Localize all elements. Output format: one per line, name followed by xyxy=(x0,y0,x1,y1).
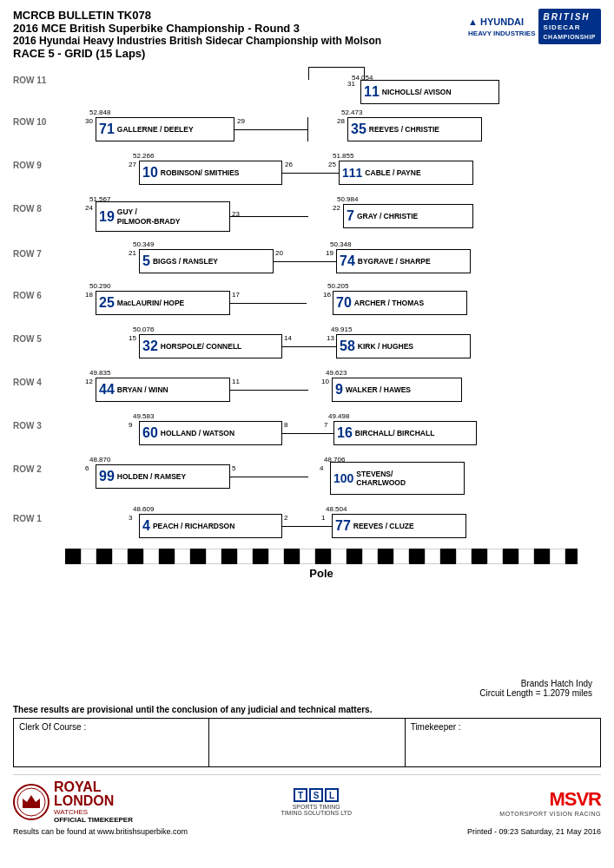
row-2-label: ROW 2 xyxy=(13,464,42,474)
row3-conn-gridnum: 8 xyxy=(284,421,287,429)
car-11-riders: NICHOLLS/ AVISON xyxy=(382,88,452,96)
car-99-riders: HOLDEN / RAMSEY xyxy=(117,472,186,481)
provisional-text: These results are provisional until the … xyxy=(13,705,601,714)
row4-right-gridnum: 10 xyxy=(321,378,329,385)
row-11-label: ROW 11 xyxy=(13,76,46,85)
car-35-box: 35 REEVES / CHRISTIE xyxy=(347,117,482,141)
row4-conn-gridnum: 11 xyxy=(232,378,240,385)
svg-rect-1 xyxy=(23,806,40,808)
car-35-number: 35 xyxy=(351,122,366,136)
car-71-riders: GALLERNE / DEELEY xyxy=(117,125,194,134)
row9-left-time: 52.266 xyxy=(133,152,154,160)
car-4-riders: PEACH / RICHARDSON xyxy=(153,522,234,530)
car-58-number: 58 xyxy=(340,339,355,353)
car-74-number: 74 xyxy=(340,254,355,268)
sidecar-title: 2016 Hyundai Heavy Industries British Si… xyxy=(13,35,381,47)
row9-right-time: 51.855 xyxy=(333,152,353,160)
car-35-riders: REEVES / CHRISTIE xyxy=(369,125,439,134)
row6-left-time: 50.290 xyxy=(89,282,110,290)
car-77-riders: REEVES / CLUZE xyxy=(353,522,414,530)
row-10-label: ROW 10 xyxy=(13,117,46,127)
conn-r4-line xyxy=(230,390,308,391)
row5-conn-gridnum: 14 xyxy=(284,334,292,342)
row5-right-gridnum: 13 xyxy=(327,334,334,342)
car-10-box: 10 ROBINSON/ SMITHIES xyxy=(139,161,282,185)
crown-icon xyxy=(16,786,47,818)
car-16-number: 16 xyxy=(337,426,353,440)
car-100-number: 100 xyxy=(333,472,353,484)
car-25-box: 25 MacLAURIN/ HOPE xyxy=(96,291,230,315)
row6-right-time: 50.205 xyxy=(327,282,348,290)
car-7-riders: GRAY / CHRISTIE xyxy=(357,212,418,220)
car-16-box: 16 BIRCHALL/ BIRCHALL xyxy=(333,421,477,445)
row6-right-gridnum: 16 xyxy=(323,291,331,299)
car-99-box: 99 HOLDEN / RAMSEY xyxy=(96,464,230,489)
row-8-label: ROW 8 xyxy=(13,204,42,214)
tsl-s: S xyxy=(309,788,323,802)
row1-left-gridnum: 3 xyxy=(129,514,132,522)
row1-right-time: 48.504 xyxy=(326,505,347,513)
car-16-riders: BIRCHALL/ BIRCHALL xyxy=(355,429,435,437)
row1-right-gridnum: 1 xyxy=(321,514,325,522)
row3-left-time: 49.583 xyxy=(133,412,154,420)
tsl-letters: T S L xyxy=(294,788,339,802)
car-19-riders: GUY / PILMOOR-BRADY xyxy=(117,207,181,225)
header-left: MCRCB BULLETIN TK078 2016 MCE British Su… xyxy=(13,9,381,60)
car-9-number: 9 xyxy=(335,383,343,397)
car-70-riders: ARCHER / THOMAS xyxy=(354,299,424,307)
tsl-section: T S L SPORTS TIMINGTIMING SOLUTIONS LTD xyxy=(281,788,352,816)
royal-london-name: ROYAL xyxy=(54,780,133,794)
car-9-riders: WALKER / HAWES xyxy=(346,385,411,394)
bsc-logo: BRITISHSIDECARCHAMPIONSHIP xyxy=(538,9,601,44)
conn-r8-line xyxy=(230,216,308,217)
grid-area: ROW 11 54.054 31 11 NICHOLLS/ AVISON ROW… xyxy=(13,67,604,674)
signature-row: Clerk Of Course : Timekeeper : xyxy=(13,718,601,767)
row3-right-gridnum: 7 xyxy=(324,421,327,429)
car-9-box: 9 WALKER / HAWES xyxy=(332,378,462,402)
car-19-number: 19 xyxy=(99,210,115,224)
row10-right-time: 52.473 xyxy=(341,108,362,116)
row2-left-time: 48.870 xyxy=(89,456,110,464)
tsl-t: T xyxy=(294,788,307,802)
timekeeper-box: Timekeeper : xyxy=(406,719,600,766)
row4-right-time: 49.623 xyxy=(326,369,347,377)
car-100-riders: STEVENS/ CHARLWOOD xyxy=(356,470,406,487)
row5-left-gridnum: 15 xyxy=(129,334,136,342)
conn-r11 xyxy=(308,67,365,80)
car-44-number: 44 xyxy=(99,383,115,397)
tsl-l: L xyxy=(325,788,339,802)
race-title: RACE 5 - GRID (15 Laps) xyxy=(13,47,381,60)
conn-r6-line xyxy=(230,303,307,304)
car-58-riders: KIRK / HUGHES xyxy=(358,342,413,351)
car-60-riders: HOLLAND / WATSON xyxy=(161,429,234,437)
checkered-section: // Generate checkered pattern inline doc… xyxy=(65,549,578,580)
clerk-box: Clerk Of Course : xyxy=(14,719,209,766)
car-60-box: 60 HOLLAND / WATSON xyxy=(139,421,282,445)
car-4-number: 4 xyxy=(142,519,150,533)
msvr-full-text: MOTORSPORT VISION RACING xyxy=(499,811,601,817)
royal-emblem xyxy=(13,784,50,820)
row7-left-time: 50.349 xyxy=(133,240,154,248)
pole-label: Pole xyxy=(65,567,578,580)
row-7-label: ROW 7 xyxy=(13,249,42,259)
car-10-number: 10 xyxy=(142,166,158,180)
row7-conn-gridnum: 20 xyxy=(275,249,283,257)
header: MCRCB BULLETIN TK078 2016 MCE British Su… xyxy=(13,9,601,60)
car-32-number: 32 xyxy=(142,339,158,353)
row5-right-time: 49.915 xyxy=(331,326,352,333)
official-timekeeper-label: OFFICIAL TIMEKEEPER xyxy=(54,816,133,824)
car-7-box: 7 GRAY / CHRISTIE xyxy=(343,204,473,228)
car-11-number: 11 xyxy=(364,85,380,99)
car-111-number: 111 xyxy=(342,167,362,179)
royal-london-watches: WATCHES xyxy=(54,808,133,816)
row10-left-gridnum: 30 xyxy=(85,117,93,125)
car-77-box: 77 REEVES / CLUZE xyxy=(332,514,466,538)
car-74-riders: BYGRAVE / SHARPE xyxy=(358,257,431,266)
row6-left-gridnum: 18 xyxy=(85,291,93,299)
row6-conn-gridnum: 17 xyxy=(232,291,240,299)
row2-conn-gridnum: 5 xyxy=(232,464,235,472)
car-4-box: 4 PEACH / RICHARDSON xyxy=(139,514,282,538)
car-71-box: 71 GALLERNE / DEELEY xyxy=(96,117,234,141)
car-111-riders: CABLE / PAYNE xyxy=(365,168,420,177)
row-5-label: ROW 5 xyxy=(13,334,42,344)
